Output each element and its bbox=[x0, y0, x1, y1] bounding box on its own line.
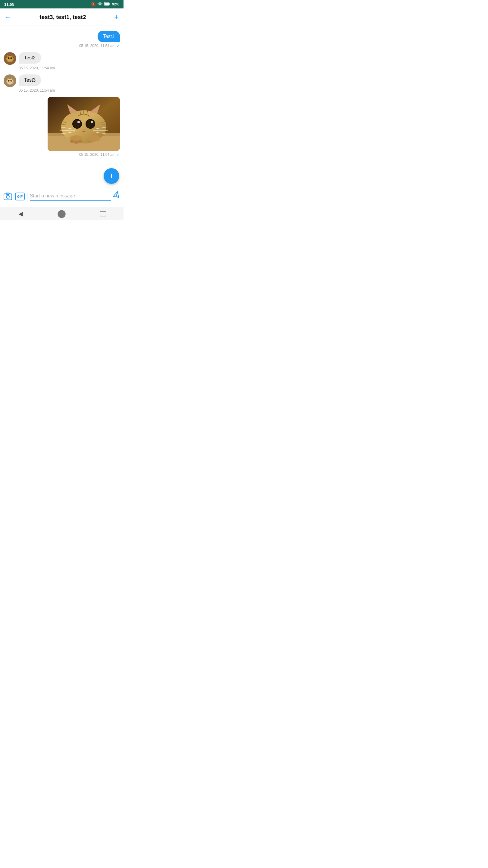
svg-point-45 bbox=[73, 120, 81, 128]
message-bubble-received-2: Test3 bbox=[19, 74, 41, 86]
photo-button[interactable] bbox=[3, 192, 13, 201]
send-button[interactable] bbox=[111, 191, 122, 202]
cat-image bbox=[47, 97, 120, 151]
svg-point-10 bbox=[11, 58, 12, 58]
status-icons: 🔕 92% bbox=[91, 2, 119, 7]
battery-percent: 92% bbox=[112, 2, 119, 6]
svg-point-70 bbox=[6, 195, 9, 198]
svg-point-60 bbox=[78, 140, 83, 143]
back-button[interactable]: ← bbox=[5, 13, 11, 21]
message-bubble-sent: Test1 bbox=[98, 31, 120, 42]
message-time-sent: 05 15, 2020, 11:54 am ✓ bbox=[4, 43, 120, 48]
svg-rect-2 bbox=[104, 3, 109, 5]
message-row-received: Test2 bbox=[4, 52, 120, 65]
nav-bar: ◀ ⬤ bbox=[0, 207, 124, 220]
svg-point-9 bbox=[9, 58, 9, 58]
svg-point-27 bbox=[10, 82, 10, 83]
page-title: test3, test1, test2 bbox=[11, 14, 114, 21]
nav-home-button[interactable]: ⬤ bbox=[54, 207, 69, 220]
battery-icon bbox=[104, 2, 110, 7]
message-input[interactable] bbox=[30, 192, 111, 201]
svg-point-22 bbox=[7, 79, 13, 84]
message-time-image: 05 15, 2020, 11:54 am ✓ bbox=[4, 152, 120, 157]
wifi-icon bbox=[98, 2, 102, 7]
message-time-received-2: 05 15, 2020, 11:54 am bbox=[19, 88, 120, 93]
svg-point-26 bbox=[11, 80, 12, 81]
svg-point-23 bbox=[8, 80, 10, 82]
message-row-sent: Test1 bbox=[4, 31, 120, 42]
avatar-user3 bbox=[4, 74, 16, 87]
header: ← test3, test1, test2 + bbox=[0, 8, 124, 26]
avatar-user2 bbox=[4, 52, 16, 65]
svg-rect-3 bbox=[109, 3, 110, 4]
status-bar: 11:55 🔕 92% bbox=[0, 0, 124, 8]
gif-button[interactable]: GIF bbox=[15, 193, 25, 200]
input-divider bbox=[27, 191, 27, 202]
add-button[interactable]: + bbox=[114, 12, 119, 22]
fab-button[interactable]: + bbox=[104, 168, 119, 184]
svg-point-25 bbox=[9, 80, 9, 81]
svg-point-6 bbox=[7, 56, 13, 61]
svg-point-11 bbox=[10, 59, 10, 60]
image-read-checkmark: ✓ bbox=[117, 152, 120, 157]
svg-point-47 bbox=[77, 121, 80, 123]
svg-point-8 bbox=[10, 57, 12, 59]
svg-point-0 bbox=[100, 5, 100, 5]
svg-point-46 bbox=[87, 120, 94, 128]
message-input-wrapper bbox=[30, 192, 111, 201]
input-bar: GIF bbox=[0, 186, 124, 207]
nav-back-button[interactable]: ◀ bbox=[13, 207, 28, 220]
message-bubble-received: Test2 bbox=[19, 52, 41, 64]
message-time-received: 05 15, 2020, 11:54 am bbox=[19, 66, 120, 70]
messages-area: Test1 05 15, 2020, 11:54 am ✓ bbox=[0, 26, 124, 186]
read-checkmark: ✓ bbox=[117, 43, 120, 48]
nav-recent-button[interactable] bbox=[96, 207, 110, 220]
message-row-received-2: Test3 bbox=[4, 74, 120, 87]
svg-point-57 bbox=[88, 135, 100, 142]
mute-icon: 🔕 bbox=[91, 2, 96, 7]
svg-point-24 bbox=[10, 80, 12, 82]
svg-point-7 bbox=[8, 57, 10, 59]
message-row-image bbox=[4, 97, 120, 151]
svg-rect-72 bbox=[100, 211, 106, 216]
image-wrapper bbox=[47, 97, 120, 151]
svg-point-48 bbox=[91, 121, 93, 123]
status-time: 11:55 bbox=[4, 2, 14, 7]
